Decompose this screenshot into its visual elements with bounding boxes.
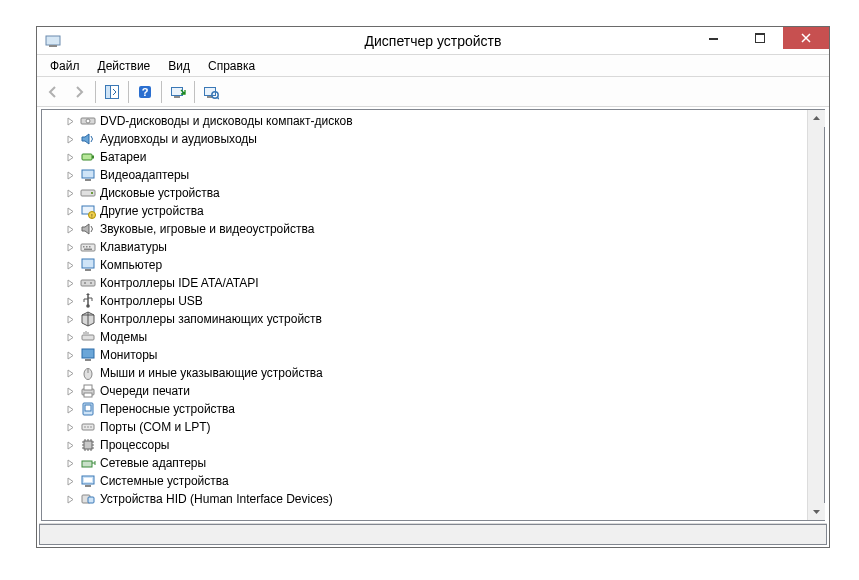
computer-icon (80, 257, 96, 273)
port-icon (80, 419, 96, 435)
tree-item[interactable]: Контроллеры USB (64, 292, 807, 310)
ide-ata-icon (80, 275, 96, 291)
tree-item-label: Другие устройства (100, 204, 204, 218)
svg-rect-52 (85, 485, 91, 487)
back-button[interactable] (41, 80, 65, 104)
forward-button[interactable] (67, 80, 91, 104)
svg-rect-6 (106, 85, 111, 98)
tree-item[interactable]: Клавиатуры (64, 238, 807, 256)
expander-icon[interactable] (64, 187, 76, 199)
vertical-scrollbar[interactable] (807, 110, 824, 520)
keyboard-icon (80, 239, 96, 255)
expander-icon[interactable] (64, 241, 76, 253)
other-device-icon: ! (80, 203, 96, 219)
tree-item-label: Клавиатуры (100, 240, 167, 254)
svg-text:?: ? (142, 86, 149, 98)
svg-rect-18 (82, 170, 94, 178)
tree-item-label: Контроллеры USB (100, 294, 203, 308)
expander-icon[interactable] (64, 223, 76, 235)
expander-icon[interactable] (64, 439, 76, 451)
minimize-button[interactable] (691, 27, 737, 49)
expander-icon[interactable] (64, 421, 76, 433)
tree-item[interactable]: Аудиовходы и аудиовыходы (64, 130, 807, 148)
scroll-down-arrow[interactable] (808, 503, 825, 520)
tree-item[interactable]: Звуковые, игровые и видеоустройства (64, 220, 807, 238)
expander-icon[interactable] (64, 457, 76, 469)
svg-rect-32 (81, 280, 95, 286)
menu-help[interactable]: Справка (199, 57, 264, 75)
expander-icon[interactable] (64, 403, 76, 415)
expander-icon[interactable] (64, 151, 76, 163)
tree-item-label: Контроллеры запоминающих устройств (100, 312, 322, 326)
tree-item-label: Контроллеры IDE ATA/ATAPI (100, 276, 259, 290)
maximize-button[interactable] (737, 27, 783, 49)
expander-icon[interactable] (64, 205, 76, 217)
svg-rect-44 (85, 405, 91, 411)
tree-item[interactable]: Устройства HID (Human Interface Devices) (64, 490, 807, 508)
svg-rect-31 (85, 269, 91, 271)
tree-item[interactable]: Мониторы (64, 346, 807, 364)
tree-item-label: Аудиовходы и аудиовыходы (100, 132, 257, 146)
tree-item[interactable]: Сетевые адаптеры (64, 454, 807, 472)
svg-rect-41 (84, 385, 92, 390)
properties-button[interactable] (199, 80, 223, 104)
hid-icon (80, 491, 96, 507)
menu-file[interactable]: Файл (41, 57, 89, 75)
tree-item[interactable]: Модемы (64, 328, 807, 346)
tree-item[interactable]: Дисковые устройства (64, 184, 807, 202)
tree-item-label: Мыши и иные указывающие устройства (100, 366, 323, 380)
expander-icon[interactable] (64, 259, 76, 271)
expander-icon[interactable] (64, 385, 76, 397)
tree-item-label: Компьютер (100, 258, 162, 272)
svg-rect-10 (174, 96, 180, 98)
tree-item-label: Звуковые, игровые и видеоустройства (100, 222, 314, 236)
help-button[interactable]: ? (133, 80, 157, 104)
expander-icon[interactable] (64, 313, 76, 325)
expander-icon[interactable] (64, 367, 76, 379)
show-hide-tree-button[interactable] (100, 80, 124, 104)
svg-rect-50 (82, 461, 92, 467)
svg-rect-0 (46, 36, 60, 45)
expander-icon[interactable] (64, 277, 76, 289)
tree-item[interactable]: Порты (COM и LPT) (64, 418, 807, 436)
tree-item[interactable]: Контроллеры IDE ATA/ATAPI (64, 274, 807, 292)
tree-item[interactable]: Системные устройства (64, 472, 807, 490)
tree-item-label: Устройства HID (Human Interface Devices) (100, 492, 333, 506)
tree-item[interactable]: Компьютер (64, 256, 807, 274)
scroll-up-arrow[interactable] (808, 110, 825, 127)
svg-rect-16 (82, 154, 92, 160)
svg-point-48 (90, 426, 92, 428)
expander-icon[interactable] (64, 475, 76, 487)
tree-item-label: DVD-дисководы и дисководы компакт-дисков (100, 114, 353, 128)
expander-icon[interactable] (64, 295, 76, 307)
menu-view[interactable]: Вид (159, 57, 199, 75)
tree-item[interactable]: Мыши и иные указывающие устройства (64, 364, 807, 382)
storage-controller-icon (80, 311, 96, 327)
toolbar-separator (194, 81, 195, 103)
tree-item[interactable]: Видеоадаптеры (64, 166, 807, 184)
expander-icon[interactable] (64, 349, 76, 361)
tree-item[interactable]: !Другие устройства (64, 202, 807, 220)
tree-item[interactable]: Процессоры (64, 436, 807, 454)
usb-icon (80, 293, 96, 309)
svg-point-35 (86, 304, 90, 308)
menu-action[interactable]: Действие (89, 57, 160, 75)
tree-item[interactable]: Очереди печати (64, 382, 807, 400)
tree-item[interactable]: Контроллеры запоминающих устройств (64, 310, 807, 328)
sound-icon (80, 221, 96, 237)
expander-icon[interactable] (64, 331, 76, 343)
device-tree[interactable]: DVD-дисководы и дисководы компакт-дисков… (42, 110, 807, 520)
expander-icon[interactable] (64, 115, 76, 127)
scan-hardware-button[interactable] (166, 80, 190, 104)
tree-item[interactable]: Батареи (64, 148, 807, 166)
close-button[interactable] (783, 27, 829, 49)
app-icon (45, 33, 61, 49)
expander-icon[interactable] (64, 493, 76, 505)
disk-drive-icon (80, 185, 96, 201)
tree-item[interactable]: DVD-дисководы и дисководы компакт-дисков (64, 112, 807, 130)
svg-point-33 (84, 282, 86, 284)
expander-icon[interactable] (64, 169, 76, 181)
svg-rect-30 (82, 259, 94, 268)
expander-icon[interactable] (64, 133, 76, 145)
tree-item[interactable]: Переносные устройства (64, 400, 807, 418)
